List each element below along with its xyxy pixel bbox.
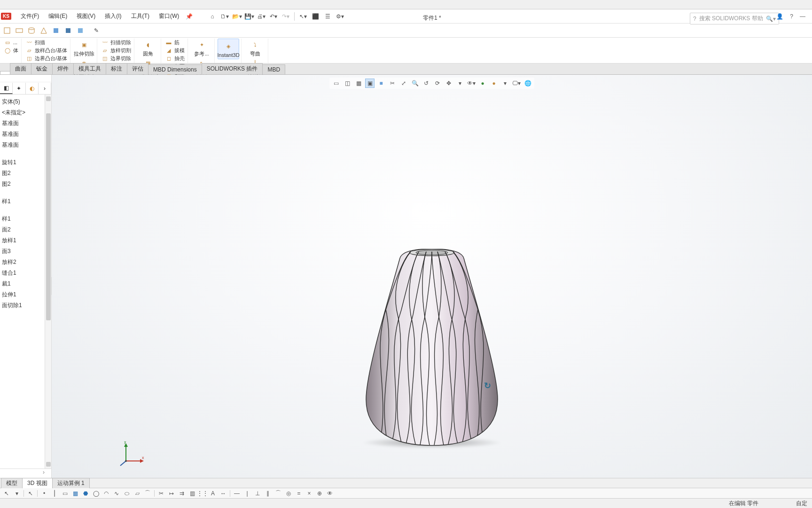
sweep-button[interactable]: 〰扫描 bbox=[24, 39, 68, 46]
relation-tan-icon[interactable]: ⌒ bbox=[273, 489, 283, 498]
tab-evaluate[interactable]: 评估 bbox=[127, 63, 148, 74]
tree-node[interactable]: 图2 bbox=[1, 179, 50, 190]
view-scene-icon[interactable]: ● bbox=[489, 79, 499, 88]
home-button[interactable]: ⌂ bbox=[207, 11, 218, 22]
tab-annotate[interactable]: 标注 bbox=[106, 63, 127, 74]
view-hide-icon[interactable]: 👁▾ bbox=[467, 79, 476, 88]
trim-icon[interactable]: ✂ bbox=[156, 489, 166, 498]
tree-node[interactable]: 拉伸1 bbox=[1, 289, 50, 300]
view-pan-icon[interactable]: ✥ bbox=[444, 79, 453, 88]
instant3d-button[interactable]: ◈Instant3D bbox=[218, 39, 239, 59]
print-button[interactable]: 🖨▾ bbox=[256, 11, 267, 22]
graphics-viewport[interactable]: ▭ ◫ ▦ ▣ ■ ✂ ⤢ 🔍 ↺ ⟳ ✥ ▾ 👁▾ ● ● ▾ 🖵▾ 🌐 bbox=[52, 75, 812, 478]
tree-node[interactable]: 图2 bbox=[1, 168, 50, 179]
tab-surfaces[interactable]: 曲面 bbox=[10, 63, 31, 74]
tab-motion-study[interactable]: 运动算例 1 bbox=[52, 478, 90, 488]
menu-edit[interactable]: 编辑(E) bbox=[44, 10, 72, 23]
view-zoom-area-icon[interactable]: 🔍 bbox=[410, 79, 420, 88]
view-screen-icon[interactable]: 🖵▾ bbox=[512, 79, 521, 88]
tree-node[interactable]: 基准面 bbox=[1, 140, 50, 151]
point-icon[interactable]: • bbox=[39, 489, 49, 498]
tab-mbd-dim[interactable]: MBD Dimensions bbox=[148, 64, 202, 74]
relation-conc-icon[interactable]: ◎ bbox=[284, 489, 293, 498]
cylinder-icon[interactable] bbox=[26, 25, 37, 36]
relation-h-icon[interactable]: — bbox=[232, 489, 242, 498]
help-button[interactable]: ? bbox=[790, 13, 793, 20]
tree-node[interactable]: 基准面 bbox=[1, 118, 50, 129]
tree-node[interactable]: 面2 bbox=[1, 224, 50, 235]
cube-icon[interactable] bbox=[2, 25, 12, 36]
boundary-cut-button[interactable]: ◫边界切除 bbox=[100, 55, 132, 62]
view-render-icon[interactable]: ▾ bbox=[500, 79, 510, 88]
ellipse-icon[interactable]: ⬭ bbox=[122, 489, 132, 498]
tab-features[interactable] bbox=[0, 71, 10, 74]
tab-mold-tools[interactable]: 模具工具 bbox=[73, 63, 106, 74]
text-icon[interactable]: A bbox=[208, 489, 218, 498]
fillet-sk-icon[interactable]: ⌒ bbox=[143, 489, 152, 498]
view-rotate-icon[interactable]: ⟳ bbox=[433, 79, 442, 88]
tree-node[interactable]: 裁1 bbox=[1, 278, 50, 289]
loft-button[interactable]: ▱放样凸台/基体 bbox=[24, 47, 68, 54]
tab-model[interactable]: 模型 bbox=[1, 478, 23, 488]
tab-weldments[interactable]: 焊件 bbox=[52, 63, 74, 74]
fm-tab-property[interactable]: ✦ bbox=[13, 83, 25, 94]
relation-perp-icon[interactable]: ⊥ bbox=[253, 489, 262, 498]
tree-node[interactable]: <未指定> bbox=[1, 107, 50, 118]
relation-para-icon[interactable]: ∥ bbox=[263, 489, 273, 498]
sweep-cut-button[interactable]: 〰扫描切除 bbox=[100, 39, 132, 46]
view-front-icon[interactable]: ▭ bbox=[331, 79, 341, 88]
tree-node[interactable]: 放样1 bbox=[1, 235, 50, 246]
view-display-icon[interactable]: ▾ bbox=[455, 79, 465, 88]
relation-eq-icon[interactable]: = bbox=[294, 489, 304, 498]
model-vase[interactable] bbox=[361, 249, 502, 446]
mirror-sk-icon[interactable]: ▥ bbox=[187, 489, 197, 498]
user-icon[interactable]: 👤 bbox=[776, 13, 783, 20]
tab-3d-view[interactable]: 3D 视图 bbox=[22, 478, 53, 488]
extrude-cut-button[interactable]: ▣拉伸切除 bbox=[73, 39, 95, 56]
tree-node[interactable]: 样1 bbox=[1, 214, 50, 224]
save-button[interactable]: 💾▾ bbox=[243, 11, 255, 22]
tree-node[interactable]: 实体(5) bbox=[1, 96, 50, 107]
edit-sketch-icon[interactable]: ✎ bbox=[91, 25, 102, 36]
menu-window[interactable]: 窗口(W) bbox=[154, 10, 184, 23]
redo-button[interactable]: ↷▾ bbox=[280, 11, 291, 22]
extend-icon[interactable]: ↦ bbox=[167, 489, 176, 498]
view-globe-icon[interactable]: 🌐 bbox=[523, 79, 532, 88]
undo-button[interactable]: ↶▾ bbox=[268, 11, 279, 22]
pin-icon[interactable]: 📌 bbox=[186, 13, 193, 20]
options-button[interactable]: ☰ bbox=[322, 11, 333, 22]
tree-node[interactable]: 面切除1 bbox=[1, 300, 50, 311]
offset-icon[interactable]: ⇉ bbox=[177, 489, 187, 498]
arc-icon[interactable]: ◠ bbox=[102, 489, 111, 498]
tree-node[interactable]: 放样2 bbox=[1, 257, 50, 268]
relation-fix-icon[interactable]: ⊕ bbox=[315, 489, 324, 498]
settings-button[interactable]: ⚙▾ bbox=[334, 11, 345, 22]
tree-node[interactable]: 面3 bbox=[1, 246, 50, 257]
relation-v-icon[interactable]: | bbox=[242, 489, 252, 498]
view-wireframe-icon[interactable]: ▦ bbox=[354, 79, 363, 88]
rib-button[interactable]: ▬筋 bbox=[164, 39, 186, 46]
view-appearance-icon[interactable]: ● bbox=[478, 79, 487, 88]
view-zoom-fit-icon[interactable]: ⤢ bbox=[399, 79, 408, 88]
base-feature1[interactable]: ▭... bbox=[3, 39, 19, 46]
display-rel-icon[interactable]: 👁 bbox=[325, 489, 335, 498]
loft-cut-button[interactable]: ▱放样切割 bbox=[100, 47, 132, 54]
boundary-button[interactable]: ◫边界凸台/基体 bbox=[24, 55, 68, 62]
tab-mbd[interactable]: MBD bbox=[262, 64, 285, 74]
tree-scrollbar[interactable] bbox=[45, 95, 51, 468]
tree-node[interactable]: 样1 bbox=[1, 196, 50, 207]
spline-icon[interactable]: ∿ bbox=[112, 489, 121, 498]
new-button[interactable]: 🗋▾ bbox=[219, 11, 230, 22]
relation-coinc-icon[interactable]: × bbox=[304, 489, 314, 498]
dim-icon[interactable]: ↔ bbox=[219, 489, 228, 498]
menu-view[interactable]: 视图(V) bbox=[72, 10, 100, 23]
tree-node[interactable]: 基准面 bbox=[1, 129, 50, 140]
solid1-icon[interactable] bbox=[51, 25, 61, 36]
solid2-icon[interactable] bbox=[63, 25, 73, 36]
tree-node[interactable]: 旋转1 bbox=[1, 157, 50, 168]
base-feature2[interactable]: ◯体 bbox=[3, 47, 19, 54]
view-section-icon[interactable]: ✂ bbox=[388, 79, 397, 88]
corner-rect-icon[interactable]: ▭ bbox=[60, 489, 70, 498]
menu-file[interactable]: 文件(F) bbox=[16, 10, 44, 23]
tab-sw-addins[interactable]: SOLIDWORKS 插件 bbox=[202, 63, 263, 74]
